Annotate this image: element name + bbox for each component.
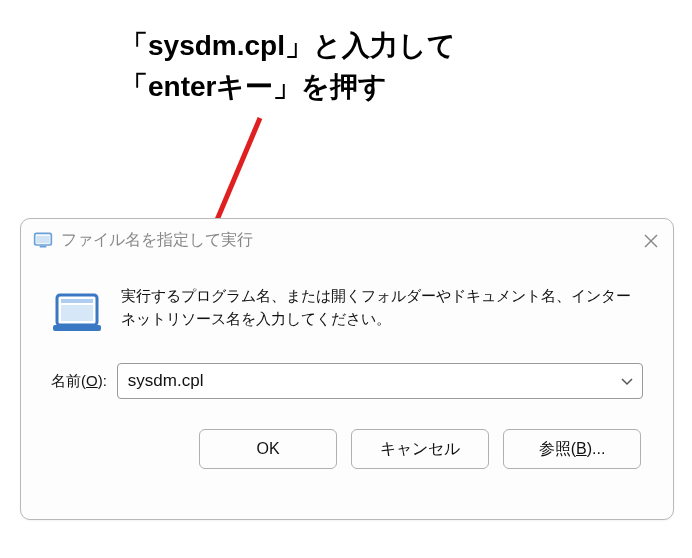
svg-rect-8 — [61, 299, 93, 303]
name-label: 名前(O): — [51, 372, 107, 391]
svg-rect-3 — [36, 236, 49, 244]
name-combobox[interactable] — [117, 363, 643, 399]
svg-rect-9 — [61, 305, 93, 321]
instruction-text: 実行するプログラム名、または開くフォルダーやドキュメント名、インターネットリソー… — [121, 285, 643, 330]
browse-button[interactable]: 参照(B)... — [503, 429, 641, 469]
name-input[interactable] — [117, 363, 643, 399]
annotation-text: 「sysdm.cpl」と入力して 「enterキー」を押す — [120, 26, 456, 107]
run-dialog: ファイル名を指定して実行 実行するプログラム名、または開くフォルダーやドキュメン… — [20, 218, 674, 520]
dialog-content: 実行するプログラム名、または開くフォルダーやドキュメント名、インターネットリソー… — [21, 261, 673, 469]
svg-rect-4 — [40, 246, 47, 248]
annotation-line1: 「sysdm.cpl」と入力して — [120, 26, 456, 67]
run-title-icon — [33, 230, 53, 250]
close-icon — [644, 234, 658, 248]
info-row: 実行するプログラム名、または開くフォルダーやドキュメント名、インターネットリソー… — [51, 285, 643, 335]
close-button[interactable] — [637, 227, 665, 255]
annotation-line2: 「enterキー」を押す — [120, 67, 456, 108]
name-input-row: 名前(O): — [51, 363, 643, 399]
dialog-title: ファイル名を指定して実行 — [61, 230, 253, 251]
cancel-button[interactable]: キャンセル — [351, 429, 489, 469]
button-row: OK キャンセル 参照(B)... — [51, 429, 643, 469]
svg-rect-10 — [53, 325, 101, 331]
run-program-icon — [51, 287, 103, 335]
ok-button[interactable]: OK — [199, 429, 337, 469]
title-bar: ファイル名を指定して実行 — [21, 219, 673, 261]
